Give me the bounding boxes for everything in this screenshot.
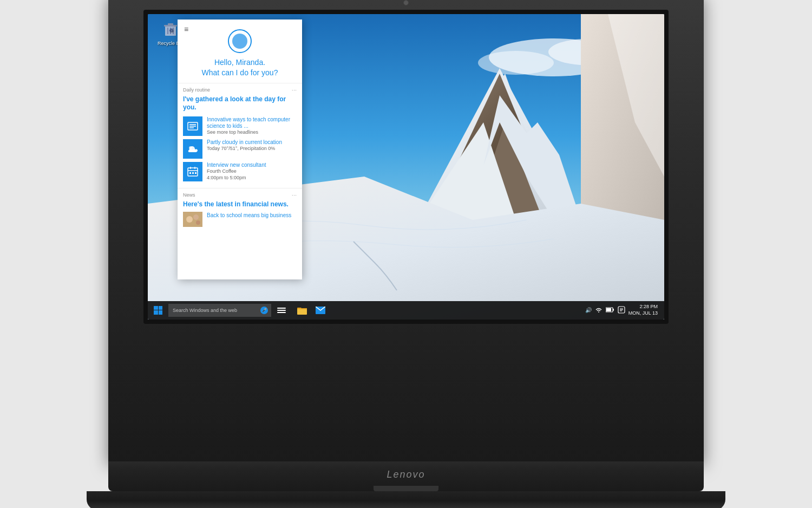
svg-point-27 (189, 146, 192, 149)
taskbar: Search Windows and the web 🎤 (148, 301, 664, 320)
news-section-more[interactable]: ··· (292, 192, 297, 198)
greeting-line1: Hello, Miranda. (202, 57, 278, 68)
cortana-circle (228, 29, 252, 53)
svg-rect-17 (168, 23, 173, 25)
svg-rect-33 (192, 172, 194, 174)
laptop-container: ♻ Recycle Bin ≡ (68, 0, 744, 508)
system-tray: 🔊 (585, 304, 662, 316)
news-article-title: Back to school means big business (207, 212, 291, 219)
news-section-header: News ··· (183, 192, 297, 198)
svg-rect-28 (188, 168, 198, 176)
search-bar-text: Search Windows and the web (173, 308, 260, 313)
cortana-greeting: Hello, Miranda. What can I do for you? (202, 57, 278, 79)
news-article-image (183, 212, 202, 227)
search-mic-icon[interactable]: 🎤 (260, 307, 268, 314)
weather-card-title: Partly cloudy in current location (207, 139, 297, 146)
news-section-headline: Here's the latest in financial news. (183, 200, 297, 209)
taskbar-pinned-apps (294, 302, 329, 318)
wifi-icon[interactable] (595, 307, 603, 314)
file-explorer-button[interactable] (294, 302, 310, 318)
svg-rect-43 (613, 309, 614, 311)
cortana-inner (232, 34, 247, 49)
news-article-card[interactable]: Back to school means big business (183, 212, 297, 227)
volume-icon[interactable]: 🔊 (585, 307, 592, 313)
weather-card[interactable]: Partly cloudy in current location Today … (183, 139, 297, 159)
greeting-line2: What can I do for you? (202, 68, 278, 79)
svg-rect-42 (606, 308, 611, 311)
daily-routine-title: Daily routine (183, 87, 210, 93)
news-section: News ··· Here's the latest in financial … (178, 188, 302, 231)
weather-card-subtitle: Today 70°/51°, Precipitation 0% (207, 146, 297, 152)
laptop-top-bar (108, 0, 704, 10)
cortana-menu-icon[interactable]: ≡ (184, 25, 188, 34)
calendar-card-subtitle: Fourth Coffee4:00pm to 5:00pm (207, 168, 297, 181)
svg-point-38 (196, 220, 200, 225)
battery-icon[interactable] (606, 307, 614, 314)
clock-date: MON, JUL 13 (628, 310, 658, 317)
start-button[interactable] (150, 302, 166, 318)
search-bar[interactable]: Search Windows and the web 🎤 (168, 304, 271, 317)
svg-point-37 (193, 214, 199, 220)
notification-icon[interactable] (618, 306, 625, 315)
news-card-1[interactable]: Innovative ways to teach computer scienc… (183, 116, 297, 136)
calendar-card-content: Interview new consultant Fourth Coffee4:… (207, 162, 297, 181)
calendar-card-title: Interview new consultant (207, 162, 297, 168)
laptop-screen-shell: ♻ Recycle Bin ≡ (108, 0, 704, 461)
news-card-1-subtitle: See more top headlines (207, 129, 297, 136)
daily-routine-header: Daily routine ··· (183, 87, 297, 93)
news-icon (183, 116, 202, 136)
webcam (403, 0, 409, 5)
windows-logo (154, 306, 162, 315)
daily-routine-section: Daily routine ··· I've gathered a look a… (178, 83, 302, 188)
cortana-header: ≡ Hello, Miranda. What can I do for you? (178, 19, 302, 83)
news-section-title: News (183, 192, 195, 198)
task-view-button[interactable] (273, 302, 290, 318)
svg-point-36 (186, 216, 193, 223)
cortana-panel: ≡ Hello, Miranda. What can I do for you? (178, 19, 302, 279)
news-card-1-title: Innovative ways to teach computer scienc… (207, 116, 297, 129)
time-display: 2:28 PM MON, JUL 13 (628, 304, 658, 316)
task-view-icon (277, 308, 286, 313)
screen-bezel: ♻ Recycle Bin ≡ (143, 10, 669, 324)
laptop-base-shell: Lenovo (108, 461, 704, 491)
daily-routine-more[interactable]: ··· (292, 87, 297, 93)
laptop-hinge (374, 486, 438, 491)
svg-point-3 (478, 51, 554, 75)
svg-rect-32 (189, 172, 191, 174)
weather-icon (183, 139, 202, 159)
clock-time: 2:28 PM (628, 304, 658, 310)
mail-button[interactable] (312, 302, 329, 318)
svg-rect-34 (195, 172, 197, 174)
news-card-1-content: Innovative ways to teach computer scienc… (207, 116, 297, 136)
weather-card-content: Partly cloudy in current location Today … (207, 139, 297, 152)
svg-text:♻: ♻ (169, 28, 173, 33)
desktop-background: ♻ Recycle Bin ≡ (148, 14, 664, 320)
laptop-base (87, 491, 725, 509)
daily-routine-headline: I've gathered a look at the day for you. (183, 95, 297, 112)
calendar-icon (183, 162, 202, 181)
laptop-brand-label: Lenovo (387, 469, 425, 480)
calendar-card[interactable]: Interview new consultant Fourth Coffee4:… (183, 162, 297, 181)
screen: ♻ Recycle Bin ≡ (148, 14, 664, 320)
